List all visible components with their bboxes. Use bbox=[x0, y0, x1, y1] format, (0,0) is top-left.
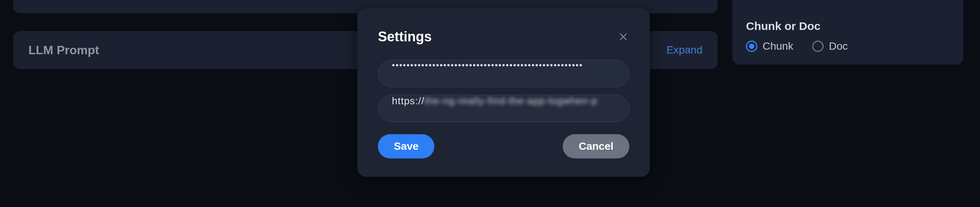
cancel-button[interactable]: Cancel bbox=[563, 134, 629, 159]
modal-actions: Save Cancel bbox=[378, 134, 629, 159]
radio-icon bbox=[746, 40, 757, 52]
chunk-or-doc-radio-group: Chunk Doc bbox=[746, 40, 950, 52]
url-prefix: https:// bbox=[392, 95, 425, 106]
radio-doc-label: Doc bbox=[829, 40, 848, 52]
api-key-field[interactable]: ••••••••••••••••••••••••••••••••••••••••… bbox=[378, 60, 629, 87]
expand-link[interactable]: Expand bbox=[667, 44, 702, 56]
radio-chunk[interactable]: Chunk bbox=[746, 40, 793, 52]
url-field[interactable]: https://the-ng-really-find-the-app-logwh… bbox=[378, 95, 629, 122]
llm-prompt-title: LLM Prompt bbox=[29, 43, 99, 57]
modal-header: Settings bbox=[378, 29, 629, 45]
settings-modal: Settings •••••••••••••••••••••••••••••••… bbox=[358, 8, 650, 177]
chunk-or-doc-heading: Chunk or Doc bbox=[746, 20, 950, 33]
save-button[interactable]: Save bbox=[378, 134, 434, 159]
radio-chunk-label: Chunk bbox=[763, 40, 793, 52]
radio-doc[interactable]: Doc bbox=[812, 40, 848, 52]
url-blurred-part: the-ng-really-find-the-app-logwhen-p bbox=[425, 95, 598, 106]
modal-title: Settings bbox=[378, 29, 432, 45]
radio-icon bbox=[812, 40, 824, 52]
close-icon[interactable] bbox=[617, 31, 629, 43]
chunk-or-doc-card: Chunk or Doc Chunk Doc bbox=[732, 0, 963, 64]
